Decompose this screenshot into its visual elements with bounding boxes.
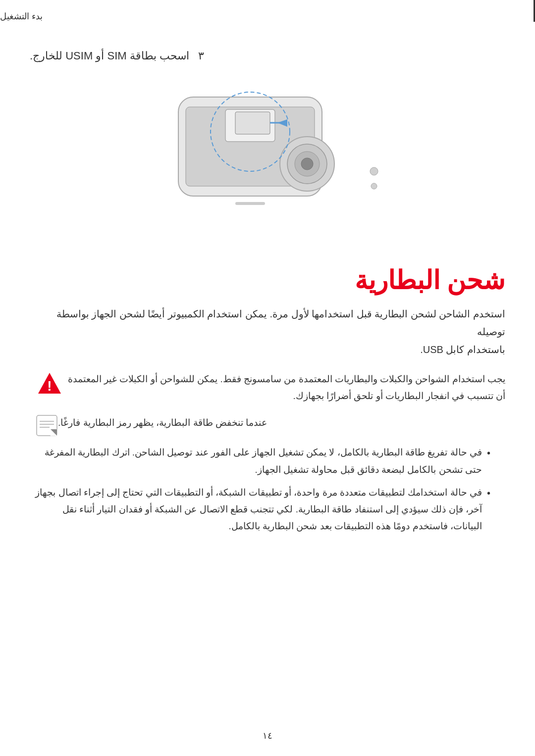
step-three-text: ٣ اسحب بطاقة SIM أو USIM للخارج.	[30, 50, 204, 62]
warning-box: يجب استخدام الشواحن والكبلات والبطاريات …	[30, 371, 505, 404]
bullet-text-3: •	[482, 484, 490, 502]
bullet-item-2: • في حالة تفريغ طاقة البطارية بالكامل، ل…	[30, 444, 505, 478]
svg-rect-7	[235, 112, 270, 134]
header-bar: بدء التشغيل	[0, 0, 535, 22]
svg-point-13	[371, 183, 377, 189]
intro-line1: استخدم الشاحن لشحن البطارية قبل استخدامه…	[56, 308, 505, 337]
svg-text:!: !	[47, 378, 52, 394]
section-title: شحن البطارية	[30, 265, 505, 295]
device-illustration	[144, 77, 391, 246]
bullet-text-2-content: في حالة تفريغ طاقة البطارية بالكامل، لا …	[30, 444, 482, 478]
bullet-text-3-content: في حالة استخدامك لتطبيقات متعددة مرة واح…	[30, 484, 482, 535]
step-three: ٣ اسحب بطاقة SIM أو USIM للخارج.	[30, 50, 505, 62]
bullet-item-3: • في حالة استخدامك لتطبيقات متعددة مرة و…	[30, 484, 505, 535]
svg-rect-11	[235, 202, 265, 205]
bullet-section: عندما تنخفض طاقة البطارية، يظهر رمز البط…	[30, 414, 505, 535]
page-number: ١٤	[263, 730, 272, 741]
warning-text: يجب استخدام الشواحن والكبلات والبطاريات …	[62, 371, 505, 404]
header-title: بدء التشغيل	[0, 11, 49, 22]
warning-icon: !	[37, 371, 62, 396]
intro-text: استخدم الشاحن لشحن البطارية قبل استخدامه…	[30, 305, 505, 358]
bullet-text-2: •	[482, 444, 490, 462]
svg-point-12	[370, 167, 378, 175]
svg-point-5	[301, 158, 313, 170]
bullet-item-1: عندما تنخفض طاقة البطارية، يظهر رمز البط…	[30, 414, 505, 437]
intro-line2: باستخدام كابل USB.	[420, 344, 505, 355]
note-icon	[36, 414, 58, 437]
bullet-text-1: عندما تنخفض طاقة البطارية، يظهر رمز البط…	[58, 414, 267, 431]
step-number: ٣	[189, 50, 204, 62]
